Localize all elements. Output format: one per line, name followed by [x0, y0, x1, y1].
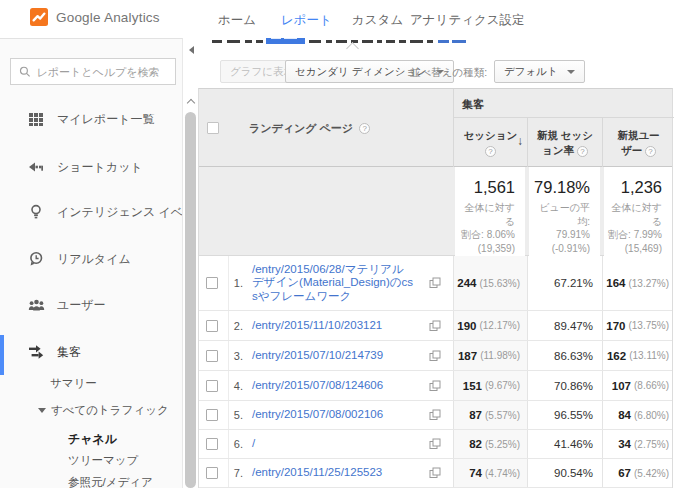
summary-sessions-line2: 割合: 8.06%: [455, 228, 515, 242]
landing-page-link[interactable]: /: [252, 437, 255, 451]
row-checkbox[interactable]: [206, 320, 218, 332]
active-section-indicator: [0, 335, 4, 375]
summary-new-session-rate: 79.18% ビューの平均: 79.91% (-0.91%): [529, 167, 600, 256]
search-icon: [19, 65, 30, 78]
select-all-checkbox[interactable]: [207, 122, 219, 134]
rate-value: 96.55%: [554, 409, 593, 421]
subitem-label: 参照元/メディア: [68, 475, 153, 488]
nav-admin[interactable]: アナリティクス設定: [410, 12, 525, 29]
summary-sessions-line1: 全体に対する: [455, 201, 515, 228]
secondary-dimension-label: セカンダリ ディメンション: [295, 65, 427, 79]
top-header: Google Analytics ホーム レポート カスタム アナリティクス設定: [0, 0, 680, 38]
row-checkbox[interactable]: [206, 350, 218, 362]
row-rank: 3.: [229, 350, 243, 362]
new-users-value: 162: [607, 350, 626, 362]
summary-users-line1: 全体に対する: [604, 201, 662, 228]
open-page-icon[interactable]: [429, 350, 441, 362]
sessions-pct: (4.74%): [485, 468, 520, 479]
landing-page-link[interactable]: /entry/2015/11/10/203121: [252, 319, 382, 333]
summary-sessions-value: 1,561: [455, 178, 515, 197]
help-icon[interactable]: ?: [485, 146, 496, 157]
expanded-triangle-icon: [38, 408, 46, 413]
sidebar-search-box: [10, 58, 176, 85]
row-rank: 2.: [229, 320, 243, 332]
landing-page-link[interactable]: /entry/2015/06/28/マテリアルデザイン(Material_Des…: [252, 263, 414, 304]
column-header-new-session-rate[interactable]: 新規 セッション率 ?: [527, 118, 602, 167]
new-users-value: 34: [618, 438, 631, 450]
nav-custom[interactable]: カスタム: [352, 12, 403, 29]
chevron-down-icon: [567, 70, 575, 74]
row-rank: 6.: [229, 438, 243, 450]
sidebar-subitem-channels[interactable]: チャネル: [68, 431, 117, 448]
new-users-pct: (2.75%): [634, 439, 669, 450]
column-header-landing-page[interactable]: ランディング ページ ?: [249, 121, 370, 136]
sessions-value: 187: [458, 350, 477, 362]
sidebar-item-audience[interactable]: ユーザー: [0, 296, 182, 314]
sessions-pct: (9.67%): [485, 380, 520, 391]
open-page-icon[interactable]: [429, 320, 441, 332]
search-input[interactable]: [36, 66, 167, 78]
row-rank: 7.: [229, 467, 243, 479]
sidebar-subitem-source-medium[interactable]: 参照元/メディア: [68, 475, 153, 488]
sidebar-subitem-summary[interactable]: サマリー: [50, 376, 97, 391]
sidebar-item-label: インテリジェンス イベント: [57, 204, 183, 221]
sidebar-item-acquisition[interactable]: 集客: [0, 343, 182, 361]
scroll-up-arrow-icon[interactable]: [187, 99, 195, 107]
row-rank: 4.: [229, 380, 243, 392]
sidebar-item-my-reports[interactable]: マイレポート一覧: [0, 110, 182, 128]
landing-page-link[interactable]: /entry/2015/07/08/124606: [252, 379, 383, 393]
new-users-value: 164: [606, 277, 625, 289]
sidebar-item-shortcuts[interactable]: ショートカット: [0, 158, 182, 176]
sort-type-dropdown[interactable]: デフォルト: [494, 60, 585, 83]
subitem-label: ツリーマップ: [68, 453, 138, 468]
help-icon[interactable]: ?: [577, 146, 588, 157]
new-users-pct: (13.27%): [628, 278, 669, 289]
row-checkbox[interactable]: [206, 467, 218, 479]
rate-value: 41.46%: [554, 438, 593, 450]
table-row: 5. /entry/2015/07/08/002106 87(5.57%) 96…: [199, 401, 672, 430]
row-rank: 1.: [229, 277, 243, 289]
sidebar-item-intelligence[interactable]: インテリジェンス イベント: [0, 203, 182, 221]
row-rank: 5.: [229, 409, 243, 421]
landing-page-link[interactable]: /entry/2015/11/25/125523: [252, 466, 382, 480]
ga-logo-icon: [30, 8, 48, 26]
new-users-pct: (13.11%): [629, 350, 669, 361]
nav-report-active[interactable]: レポート: [281, 12, 332, 29]
row-checkbox[interactable]: [206, 438, 218, 450]
sidebar-item-realtime[interactable]: リアルタイム: [0, 250, 182, 268]
summary-users-line2: 割合: 7.99%: [604, 228, 662, 242]
help-icon[interactable]: ?: [645, 146, 656, 157]
sidebar-subitem-all-traffic[interactable]: すべてのトラフィック: [38, 403, 169, 418]
sessions-value: 190: [457, 320, 476, 332]
summary-sessions: 1,561 全体に対する 割合: 8.06% (19,359): [455, 167, 525, 256]
summary-rate-value: 79.18%: [529, 178, 590, 197]
open-page-icon[interactable]: [429, 380, 441, 392]
row-checkbox[interactable]: [206, 409, 218, 421]
sidebar-subitem-treemap[interactable]: ツリーマップ: [68, 453, 138, 468]
column-header-new-users[interactable]: 新規ユーザー ?: [602, 118, 674, 167]
row-checkbox[interactable]: [206, 277, 218, 289]
open-page-icon[interactable]: [429, 438, 441, 450]
collapse-sidebar-arrow-icon[interactable]: [189, 46, 194, 54]
sessions-value: 74: [469, 467, 482, 479]
table-header: ランディング ページ ? 集客 セッション ? ↓ 新規 セッション率 ? 新規…: [199, 89, 672, 167]
new-users-value: 107: [612, 380, 631, 392]
row-checkbox[interactable]: [206, 380, 218, 392]
landing-page-link[interactable]: /entry/2015/07/08/002106: [252, 408, 383, 422]
open-page-icon[interactable]: [429, 409, 441, 421]
landing-page-link[interactable]: /entry/2015/07/10/214739: [252, 349, 383, 363]
nav-home[interactable]: ホーム: [218, 12, 256, 29]
help-icon[interactable]: ?: [359, 123, 370, 134]
open-page-icon[interactable]: [429, 467, 441, 479]
sidebar-item-label: 集客: [57, 344, 81, 361]
open-page-icon[interactable]: [429, 277, 441, 289]
scrollbar-thumb[interactable]: [185, 112, 196, 488]
sessions-pct: (15.63%): [479, 278, 520, 289]
ga-logo[interactable]: Google Analytics: [30, 8, 160, 26]
column-header-sessions[interactable]: セッション ? ↓: [453, 118, 527, 167]
sessions-value: 244: [457, 277, 476, 289]
rate-value: 86.63%: [554, 350, 593, 362]
table-row: 3. /entry/2015/07/10/214739 187(11.98%) …: [199, 341, 672, 371]
realtime-clock-icon: [28, 251, 45, 267]
grid-icon: [28, 111, 45, 127]
